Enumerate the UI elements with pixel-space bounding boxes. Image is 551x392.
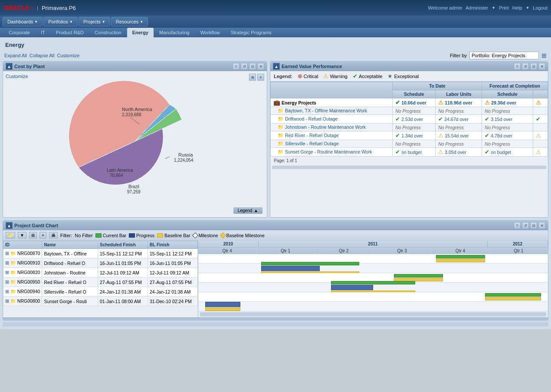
gantt-container: ID Name Scheduled Finish BL Finish ⊞ 📁 N…: [3, 241, 548, 317]
progress-swatch: [129, 233, 135, 238]
evp-sunsetgorge-fsched: ✔ on budget: [482, 148, 533, 157]
evp-sunsetgorge-flabor: ⚠: [533, 148, 548, 157]
gantt-sched-0: 15-Sep-11 12:12 PM: [98, 249, 148, 258]
gantt-bl-5: 31-Dec-10 02:24 PM: [148, 297, 197, 306]
evp-scrollbar[interactable]: [272, 166, 546, 169]
administer-btn[interactable]: Administer: [466, 5, 488, 10]
tab-workflow[interactable]: Workflow: [195, 28, 225, 37]
bar-progress-1: [261, 266, 320, 271]
gantt-expand-btn[interactable]: +: [39, 232, 46, 238]
tab-corporate[interactable]: Corporate: [3, 28, 35, 37]
evp-row-johnstown: 📁 Johnstown - Routine Maintenance Work N…: [271, 124, 548, 131]
cost-panel-help[interactable]: ?: [233, 63, 239, 70]
tab-product-rd[interactable]: Product R&D: [51, 28, 89, 37]
cost-panel-collapse[interactable]: ▲: [6, 63, 13, 70]
gantt-row-4: ⊞ 📁 NRG00940 Sillersville - Refuel O 24-…: [3, 287, 198, 297]
gantt-panel-refresh[interactable]: ↺: [522, 222, 529, 229]
year-2010: 2010: [198, 241, 259, 247]
pie-customize-link[interactable]: Customize: [6, 74, 28, 79]
tab-strategic[interactable]: Strategic Programs: [226, 28, 277, 37]
filter-label: Filter by: [450, 53, 467, 58]
tab-energy[interactable]: Energy: [127, 28, 154, 37]
gantt-bl-4: 24-Jan-12 01:38 AM: [148, 287, 197, 297]
svg-text:1,224,054: 1,224,054: [174, 158, 194, 163]
evp-redriver-flabor: ⚠: [533, 131, 548, 140]
svg-text:97,259: 97,259: [127, 189, 141, 194]
pie-list-icon[interactable]: ≡: [257, 74, 264, 81]
svg-text:Latin America: Latin America: [107, 168, 133, 173]
nav-projects[interactable]: Projects ▼: [79, 17, 110, 26]
gantt-col-sched-finish: Scheduled Finish: [98, 241, 148, 249]
evp-col-forecast-labor: [533, 90, 548, 98]
gantt-bar-row-4: [198, 292, 548, 302]
gantt-filter-btn[interactable]: ▼: [18, 232, 26, 238]
tab-it[interactable]: IT: [36, 28, 50, 37]
gantt-columns-btn[interactable]: ⊞: [29, 232, 37, 238]
nav-resources[interactable]: Resources ▼: [111, 17, 148, 26]
gantt-panel-help[interactable]: ?: [514, 222, 521, 229]
bar-progress-3: [331, 285, 373, 290]
nav-portfolios[interactable]: Portfolios ▼: [43, 17, 78, 26]
cost-panel-refresh[interactable]: ↺: [241, 63, 248, 70]
gantt-right: 2010 2011 2012 Qtr 4 Qtr 1 Qtr 2 Qtr 3 Q…: [198, 241, 548, 317]
logout-btn[interactable]: Logout: [533, 5, 548, 10]
customize-link[interactable]: Customize: [57, 53, 79, 58]
print-btn[interactable]: Print: [499, 5, 509, 10]
gantt-col-bl-finish: BL Finish: [148, 241, 197, 249]
legend-acceptable: ✔ Acceptable: [353, 73, 382, 79]
evp-sunsetgorge-name: 📁 Sunset Gorge - Routine Maintenance Wor…: [271, 148, 393, 157]
expand-all-link[interactable]: Expand All: [4, 53, 27, 58]
nav-dashboards[interactable]: Dashboards ▼: [3, 17, 43, 26]
evp-row-baytown: 📁 Baytown, TX - Offline Maintenance Work…: [271, 107, 548, 115]
evp-panel-collapse[interactable]: ▲: [273, 63, 280, 70]
evp-sillersville-flabor: [533, 140, 548, 148]
collapse-all-link[interactable]: Collapse All: [30, 53, 54, 58]
evp-panel-resize[interactable]: ⊡: [530, 63, 537, 70]
cost-panel-resize[interactable]: ⊡: [249, 63, 256, 70]
critical-icon: ⊗: [298, 73, 302, 79]
help-btn[interactable]: Help: [512, 5, 522, 10]
legend-exceptional: ★ Exceptional: [387, 73, 419, 79]
pie-table-icon[interactable]: ⊞: [249, 74, 256, 81]
gantt-resize-handle[interactable]: [3, 317, 548, 320]
gantt-panel-resize[interactable]: ⊡: [530, 222, 537, 229]
evp-col-forecast-sched: Schedule: [482, 90, 533, 98]
gantt-folder-btn[interactable]: 📁: [6, 232, 15, 238]
bar-current-0: [436, 255, 485, 258]
tab-construction[interactable]: Construction: [89, 28, 127, 37]
evp-panel-close[interactable]: ✕: [538, 63, 545, 70]
qtr-2011-q4: Qtr 4: [431, 248, 489, 254]
gantt-panel: ▲ Project Gantt Chart ? ↺ ⊡ ✕ 📁 ▼ ⊞ + 🖶 …: [3, 220, 548, 320]
evp-panel-help[interactable]: ?: [514, 63, 521, 70]
page-area: Energy Expand All Collapse All Customize…: [0, 37, 551, 329]
gantt-name-1: Driftwood - Refuel O: [42, 258, 98, 268]
top-bar: ORACLE® | Primavera P6 Welcome admin Adm…: [0, 0, 551, 16]
gantt-panel-title: Project Gantt Chart: [14, 223, 58, 228]
timeline-qtrs: Qtr 4 Qtr 1 Qtr 2 Qtr 3 Qtr 4 Qtr 1: [198, 248, 548, 254]
gantt-panel-close[interactable]: ✕: [538, 222, 545, 229]
gantt-hscroll[interactable]: [200, 312, 546, 317]
cost-panel-close[interactable]: ✕: [257, 63, 264, 70]
filter-icon[interactable]: ⊞: [541, 52, 547, 59]
logo: ORACLE® | Primavera P6: [3, 4, 76, 11]
gantt-panel-collapse[interactable]: ▲: [6, 222, 13, 229]
filter-input[interactable]: [469, 52, 539, 59]
gantt-name-5: Sunset Gorge - Routi: [42, 297, 98, 306]
acceptable-icon: ✔: [353, 73, 357, 79]
tab-manufacturing[interactable]: Manufacturing: [154, 28, 195, 37]
exceptional-icon: ★: [387, 73, 393, 79]
gantt-row-1: ⊞ 📁 NRG00910 Driftwood - Refuel O 16-Jun…: [3, 258, 198, 268]
evp-row-sunsetgorge: 📁 Sunset Gorge - Routine Maintenance Wor…: [271, 148, 548, 157]
gantt-filter-label: Filter:: [60, 233, 72, 238]
qtr-2011-q1: Qtr 1: [256, 248, 315, 254]
qtr-2011-q2: Qtr 2: [315, 248, 373, 254]
legend-toggle[interactable]: Legend ▲: [233, 207, 262, 214]
evp-johnstown-fsched: No Progress: [482, 124, 533, 131]
evp-panel-refresh[interactable]: ↺: [522, 63, 529, 70]
cost-panel-header: ▲ Cost by Plant ? ↺ ⊡ ✕: [3, 62, 267, 71]
gantt-print-btn[interactable]: 🖶: [49, 232, 58, 238]
page-hscroll[interactable]: [3, 322, 548, 327]
folder-icon6: 📁: [278, 149, 284, 154]
gantt-id-5: ⊞ 📁 NRG00800: [3, 297, 42, 306]
evp-legend: Legend: ⊗ Critical ⚠ Warning ✔ Acceptabl…: [270, 71, 548, 82]
